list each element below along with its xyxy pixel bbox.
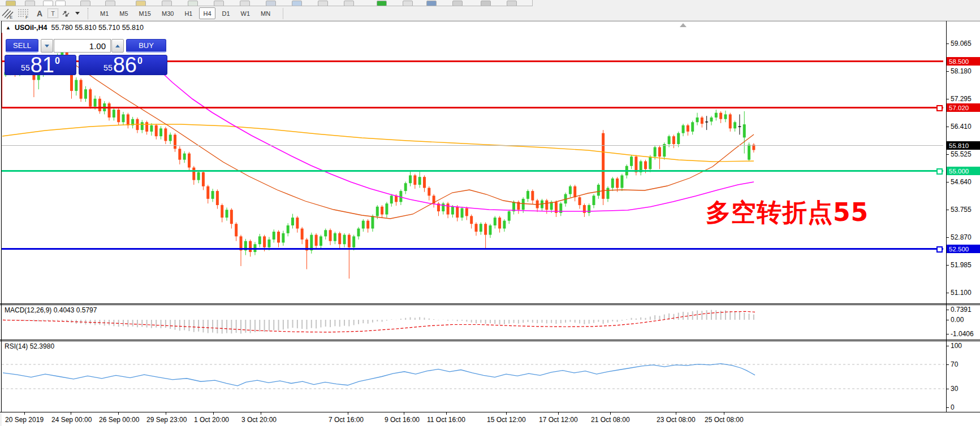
rsi-axis-tick	[947, 389, 949, 389]
time-tick	[71, 412, 71, 415]
macd-axis-tick	[947, 320, 949, 320]
toolbar-icon-stub[interactable]	[25, 1, 35, 6]
volume-increase-button[interactable]	[111, 39, 124, 53]
toolbar-icon-stub[interactable]	[55, 1, 66, 6]
toolbar-icon-stub[interactable]	[214, 1, 224, 6]
pane-border[interactable]	[0, 340, 980, 340]
timeframe-button-m5[interactable]: M5	[115, 7, 132, 19]
timeframe-button-h1[interactable]: H1	[180, 7, 196, 19]
time-label: 11 Oct 16:00	[427, 416, 465, 424]
toolbar-icon-stub[interactable]	[344, 1, 354, 6]
price-axis-tick	[947, 154, 949, 155]
toolbar-icon-stub[interactable]	[481, 1, 491, 6]
price-badge-resistance-57020: 57.020	[947, 103, 980, 112]
toolbar-icon-stub[interactable]	[403, 1, 413, 6]
toolbar-icon-stub[interactable]	[318, 1, 328, 6]
resistance-line-57020-handle[interactable]	[936, 105, 943, 111]
fibonacci-icon[interactable]: F	[16, 7, 32, 19]
support-line-55000[interactable]	[2, 170, 943, 172]
chevron-down-icon[interactable]	[75, 12, 80, 15]
toolbar-icon-stub[interactable]	[452, 1, 463, 6]
pane-border	[0, 305, 980, 305]
toolbar-icon-stub[interactable]	[266, 1, 276, 6]
timeframe-button-h4[interactable]: H4	[199, 7, 215, 19]
text-label-icon[interactable]: T	[48, 8, 58, 18]
sell-price-display[interactable]: 55810	[5, 55, 76, 75]
timeframe-button-mn[interactable]: MN	[257, 7, 274, 19]
ohlc-values: 55.780 55.810 55.710 55.810	[51, 24, 144, 32]
time-tick	[404, 412, 404, 415]
rsi-axis-label: 30	[951, 385, 958, 393]
toolbar-icon-stub[interactable]	[80, 1, 90, 6]
macd-axis-label: 0.7391	[951, 306, 972, 314]
triangle-up-icon	[115, 45, 120, 47]
toolbar-icon-stub[interactable]	[188, 1, 198, 6]
time-tick	[118, 412, 119, 415]
toolbar-icon-stub[interactable]	[105, 1, 115, 6]
time-label: 26 Sep 00:00	[99, 416, 139, 424]
equidistant-channel-icon[interactable]: E	[0, 7, 16, 19]
buy-price-display[interactable]: 55860	[79, 55, 167, 75]
rsi-axis-label: 70	[951, 360, 958, 368]
toolbar-separator	[283, 8, 283, 19]
timeframe-button-w1[interactable]: W1	[237, 7, 254, 19]
trade-controls-row: SELL BUY	[5, 39, 167, 53]
buy-button[interactable]: BUY	[126, 39, 166, 53]
timeframe-bar: M1M5M15M30H1H4D1W1MN	[96, 7, 277, 19]
price-badge-resistance-58500: 58.500	[947, 57, 980, 66]
time-label: 17 Oct 12:00	[539, 416, 578, 424]
timeframe-button-m15[interactable]: M15	[135, 7, 155, 19]
chart-header: ▲ USOil-,H4 55.780 55.810 55.710 55.810	[6, 24, 144, 32]
time-label: 29 Sep 23:00	[146, 416, 187, 424]
resistance-line-57020[interactable]	[2, 107, 943, 108]
toolbar-icon-stub[interactable]	[6, 1, 16, 6]
symbol-timeframe-label: USOil-,H4	[15, 24, 48, 32]
toolbar-icon-stub[interactable]	[136, 1, 146, 6]
chart-top-border	[1, 21, 980, 21]
axis-border	[946, 21, 947, 412]
toolbar-icon-stub[interactable]	[507, 1, 517, 6]
volume-input[interactable]	[54, 39, 111, 53]
time-tick	[506, 412, 507, 415]
rsi-axis-label: 0	[951, 403, 955, 411]
timeframe-button-m30[interactable]: M30	[158, 7, 178, 19]
support-line-52500-handle[interactable]	[936, 246, 943, 253]
time-label: 9 Oct 16:00	[385, 416, 420, 424]
timeframe-button-m1[interactable]: M1	[96, 7, 113, 19]
toolbar-icon-stub[interactable]	[43, 1, 53, 6]
toolbar-icon-stub[interactable]	[162, 1, 172, 6]
sell-price-prefix: 55	[21, 63, 30, 72]
sell-price-big: 81	[31, 55, 54, 75]
toolbar-icon-stub[interactable]	[240, 1, 250, 6]
buy-price-big: 86	[113, 55, 137, 75]
toolbar-grip[interactable]	[88, 8, 92, 19]
pane-border	[0, 412, 980, 412]
price-axis[interactable]: 59.06558.18057.29556.41055.52554.64053.7…	[947, 21, 980, 426]
arrow-tools-icon[interactable]	[58, 7, 74, 19]
time-label: 15 Oct 12:00	[487, 416, 526, 424]
toolbar-icon-stub[interactable]	[292, 1, 302, 6]
volume-decrease-button[interactable]	[41, 39, 53, 53]
time-axis[interactable]: 20 Sep 201924 Sep 00:0026 Sep 00:0029 Se…	[2, 412, 980, 426]
price-badge-support-55000: 55.000	[947, 167, 980, 175]
support-line-55000-handle[interactable]	[936, 168, 943, 175]
collapse-arrow-icon[interactable]: ▲	[6, 25, 11, 31]
time-tick	[558, 412, 559, 415]
price-axis-label: 51.100	[951, 289, 972, 297]
timeframe-button-d1[interactable]: D1	[218, 7, 234, 19]
rsi-axis-tick	[947, 407, 949, 408]
toolbar-icon-stub[interactable]	[377, 1, 387, 6]
current-price-line[interactable]	[2, 145, 943, 146]
support-line-52500[interactable]	[2, 248, 943, 250]
text-icon[interactable]: A	[32, 7, 48, 19]
sell-price-pip: 0	[55, 56, 60, 66]
sell-button[interactable]: SELL	[6, 39, 38, 53]
price-axis-label: 53.755	[951, 206, 972, 214]
time-tick	[166, 412, 166, 415]
toolbar-icon-stub[interactable]	[426, 1, 437, 6]
macd-label: MACD(12,26,9) 0.4043 0.5797	[5, 306, 97, 314]
arrows-glyph	[61, 8, 72, 19]
price-axis-tick	[947, 210, 949, 210]
rsi-label: RSI(14) 52.3980	[5, 342, 54, 350]
fibonacci-glyph: F	[17, 7, 31, 19]
